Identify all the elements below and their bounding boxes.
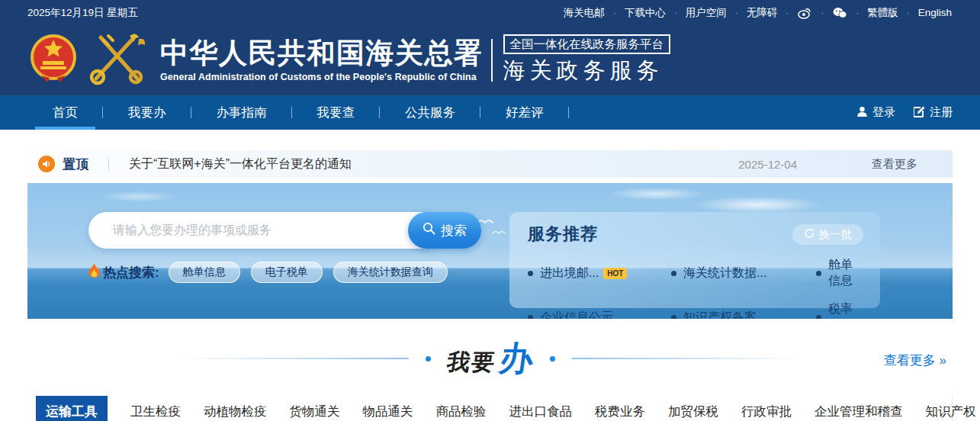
toplink-mail[interactable]: 海关电邮 bbox=[564, 6, 605, 20]
nav-item-review[interactable]: 好差评 bbox=[480, 95, 569, 130]
section-heading: 我要 办 查看更多 » bbox=[27, 332, 953, 385]
hot-pill-stats[interactable]: 海关统计数据查询 bbox=[333, 262, 448, 283]
bullet-dot bbox=[671, 271, 676, 276]
national-emblem-icon bbox=[31, 32, 76, 88]
masthead: 2025年12月19日 星期五 海关电邮 · 下载中心 · 用户空间 · 无障碍… bbox=[0, 0, 980, 95]
dot-separator: · bbox=[674, 8, 677, 18]
login-button[interactable]: 登录 bbox=[856, 105, 895, 120]
site-title-block: 中华人民共和国海关总署 General Administration of Cu… bbox=[160, 38, 484, 82]
dot-separator: · bbox=[735, 8, 738, 18]
bullet-dot bbox=[816, 315, 821, 320]
tab-cargo-clearance[interactable]: 货物通关 bbox=[290, 396, 340, 421]
tab-transport[interactable]: 运输工具 bbox=[36, 396, 108, 421]
bullet-dot bbox=[528, 271, 533, 276]
toplink-userspace[interactable]: 用户空间 bbox=[686, 6, 727, 20]
nav-item-public-service[interactable]: 公共服务 bbox=[380, 95, 480, 130]
speaker-icon bbox=[38, 156, 55, 172]
main-nav: 首页 我要办 办事指南 我要查 公共服务 好差评 登录 注册 bbox=[0, 95, 980, 130]
wechat-icon[interactable] bbox=[832, 5, 847, 21]
notice-title-link[interactable]: 关于“互联网+海关”一体化平台更名的通知 bbox=[129, 156, 738, 172]
notice-date: 2025-12-04 bbox=[738, 158, 797, 171]
pinned-tag: 置顶 bbox=[63, 156, 88, 173]
tab-enterprise-audit[interactable]: 企业管理和稽查 bbox=[815, 396, 903, 421]
service-items: 进出境邮... HOT 海关统计数据... 舱单信息 企业信息公示 知识产权备案 bbox=[528, 257, 863, 319]
site-header: 中华人民共和国海关总署 General Administration of Cu… bbox=[0, 25, 980, 95]
notice-divider bbox=[108, 159, 109, 170]
site-title: 中华人民共和国海关总署 bbox=[160, 38, 484, 69]
nav-item-query[interactable]: 我要查 bbox=[292, 95, 381, 130]
platform-block: 全国一体化在线政务服务平台 海关政务服务 bbox=[503, 34, 671, 86]
customs-emblem-icon bbox=[84, 31, 149, 89]
service-item-manifest[interactable]: 舱单信息 bbox=[816, 257, 863, 289]
heading-line-left bbox=[180, 358, 409, 359]
nav-item-home[interactable]: 首页 bbox=[27, 95, 103, 130]
platform-badge: 全国一体化在线政务服务平台 bbox=[503, 34, 671, 54]
heading-dot-left bbox=[426, 356, 431, 362]
refresh-icon bbox=[804, 228, 815, 241]
section-more-link[interactable]: 查看更多 » bbox=[884, 352, 946, 369]
bullet-dot bbox=[671, 315, 676, 320]
topbar-links: 海关电邮 · 下载中心 · 用户空间 · 无障碍 · · · 繁體版 · Eng… bbox=[564, 5, 952, 21]
tab-admin-approval[interactable]: 行政审批 bbox=[741, 396, 792, 421]
tab-health-quarantine[interactable]: 卫生检疫 bbox=[130, 396, 181, 421]
dot-separator: · bbox=[856, 8, 859, 18]
user-icon bbox=[856, 106, 868, 120]
hot-search-label: 热点搜索: bbox=[88, 263, 159, 281]
dot-separator: · bbox=[907, 8, 910, 18]
service-panel-title: 服务推荐 bbox=[528, 223, 598, 246]
service-item-tariff[interactable]: 税率查询 bbox=[816, 301, 863, 319]
tab-commodity-inspection[interactable]: 商品检验 bbox=[436, 396, 487, 421]
dot-separator: · bbox=[786, 8, 789, 18]
search-button[interactable]: 搜索 bbox=[408, 212, 481, 249]
service-item-company-info[interactable]: 企业信息公示 bbox=[528, 301, 671, 319]
heading-dot-right bbox=[550, 356, 555, 362]
tab-animal-plant[interactable]: 动植物检疫 bbox=[204, 396, 267, 421]
toplink-traditional[interactable]: 繁體版 bbox=[867, 6, 898, 20]
service-item-ipr[interactable]: 知识产权备案 bbox=[671, 301, 816, 319]
nav-item-apply[interactable]: 我要办 bbox=[103, 95, 191, 130]
hot-badge: HOT bbox=[603, 268, 627, 279]
tab-ipr[interactable]: 知识产权 bbox=[926, 396, 976, 421]
tab-goods-clearance[interactable]: 物品通关 bbox=[363, 396, 413, 421]
topbar: 2025年12月19日 星期五 海关电邮 · 下载中心 · 用户空间 · 无障碍… bbox=[0, 0, 980, 25]
toplink-download[interactable]: 下载中心 bbox=[625, 6, 666, 20]
nav-auth: 登录 注册 bbox=[856, 95, 953, 130]
search-area: 搜索 bbox=[88, 212, 481, 249]
service-recommend-panel: 服务推荐 换一批 进出境邮... HOT 海关统计数据... 舱单信息 bbox=[509, 212, 880, 308]
dot-separator: · bbox=[613, 8, 616, 18]
toplink-accessibility[interactable]: 无障碍 bbox=[747, 6, 778, 20]
tab-food-import-export[interactable]: 进出口食品 bbox=[509, 396, 573, 421]
nav-item-guide[interactable]: 办事指南 bbox=[191, 95, 292, 130]
weibo-icon[interactable] bbox=[797, 5, 812, 21]
tab-tax[interactable]: 税费业务 bbox=[595, 396, 645, 421]
chevron-right-icon: » bbox=[940, 353, 946, 368]
search-input[interactable] bbox=[88, 212, 441, 249]
service-item-stats[interactable]: 海关统计数据... bbox=[671, 257, 816, 289]
bullet-dot bbox=[528, 315, 533, 320]
service-panel-header: 服务推荐 换一批 bbox=[528, 223, 863, 246]
header-divider bbox=[491, 39, 493, 82]
hot-pill-manifest[interactable]: 舱单信息 bbox=[169, 262, 240, 283]
heading-line-right bbox=[572, 358, 801, 359]
section-title: 我要 办 bbox=[444, 336, 535, 381]
fire-icon bbox=[88, 263, 100, 281]
category-tabs: 运输工具 卫生检疫 动植物检疫 货物通关 物品通关 商品检验 进出口食品 税费业… bbox=[27, 396, 953, 421]
dot-separator: · bbox=[821, 8, 824, 18]
hot-pills: 舱单信息 电子税单 海关统计数据查询 bbox=[169, 262, 448, 283]
notice-more-link[interactable]: 查看更多 bbox=[872, 157, 917, 172]
hot-search-row: 热点搜索: 舱单信息 电子税单 海关统计数据查询 bbox=[88, 262, 448, 283]
hero-banner: 搜索 热点搜索: 舱单信息 电子税单 海关统计数据查询 服务推荐 换一批 bbox=[27, 183, 953, 319]
site-subtitle: General Administration of Customs of the… bbox=[160, 72, 484, 82]
refresh-batch-button[interactable]: 换一批 bbox=[792, 224, 864, 245]
toplink-english[interactable]: English bbox=[918, 7, 952, 18]
pinned-notice-bar: 置顶 关于“互联网+海关”一体化平台更名的通知 2025-12-04 查看更多 bbox=[27, 150, 953, 178]
search-icon bbox=[423, 222, 435, 239]
service-item-postal[interactable]: 进出境邮... HOT bbox=[528, 257, 671, 289]
register-icon bbox=[914, 106, 925, 120]
current-date: 2025年12月19日 星期五 bbox=[27, 6, 138, 20]
register-button[interactable]: 注册 bbox=[914, 105, 953, 120]
tab-bonded-trade[interactable]: 加贸保税 bbox=[668, 396, 718, 421]
hot-pill-etax[interactable]: 电子税单 bbox=[251, 262, 323, 283]
bullet-dot bbox=[816, 271, 821, 276]
platform-name: 海关政务服务 bbox=[503, 56, 671, 86]
